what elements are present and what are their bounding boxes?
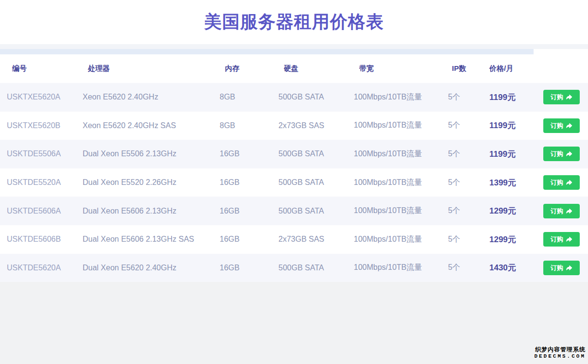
- cell-action: 订购: [543, 204, 588, 218]
- column-header-cpu: 处理器: [83, 64, 220, 73]
- cell-ip-count: 5个: [448, 234, 489, 245]
- cell-bandwidth: 100Mbps/10TB流量: [354, 206, 448, 216]
- cell-server-id: USKTDE5520A: [7, 178, 83, 187]
- cell-ram: 16GB: [220, 235, 278, 244]
- order-button-label: 订购: [551, 264, 563, 272]
- table-row: USKTDE5520A Dual Xeon E5520 2.26GHz 16GB…: [0, 168, 588, 197]
- cell-action: 订购: [543, 118, 588, 133]
- pricing-table: 编号 处理器 内存 硬盘 带宽 IP数 价格/月 USKTXE5620A Xeo…: [0, 54, 588, 282]
- share-arrow-icon: [566, 208, 572, 215]
- share-arrow-icon: [566, 150, 572, 157]
- cell-server-id: USKTDE5620A: [7, 264, 83, 272]
- order-button-label: 订购: [551, 235, 563, 244]
- cell-ram: 8GB: [220, 121, 278, 130]
- cell-ip-count: 5个: [448, 92, 489, 102]
- cell-bandwidth: 100Mbps/10TB流量: [354, 149, 448, 159]
- column-header-ip-count: IP数: [448, 64, 489, 73]
- order-button[interactable]: 订购: [543, 204, 580, 218]
- table-header-row: 编号 处理器 内存 硬盘 带宽 IP数 价格/月: [0, 54, 588, 83]
- page-title: 美国服务器租用价格表: [204, 10, 384, 34]
- cell-ram: 16GB: [220, 178, 278, 187]
- page: 美国服务器租用价格表 编号 处理器 内存 硬盘 带宽 IP数 价格/月 USKT…: [0, 0, 588, 364]
- order-button-label: 订购: [551, 207, 563, 215]
- order-button[interactable]: 订购: [543, 118, 580, 133]
- accent-band: [0, 49, 534, 54]
- cell-price: 1299元: [489, 205, 543, 216]
- share-arrow-icon: [566, 94, 572, 100]
- share-arrow-icon: [566, 265, 572, 271]
- table-row: USKTDE5606A Dual Xeon E5606 2.13GHz 16GB…: [0, 197, 588, 225]
- cell-cpu: Xeon E5620 2.40GHz SAS: [83, 121, 220, 130]
- cell-cpu: Dual Xeon E5606 2.13GHz SAS: [83, 235, 220, 244]
- column-header-bandwidth: 带宽: [354, 64, 448, 73]
- watermark: 织梦内容管理系统 DEDECMS.COM: [534, 346, 586, 360]
- cell-ip-count: 5个: [448, 206, 489, 216]
- table-row: USKTXE5620B Xeon E5620 2.40GHz SAS 8GB 2…: [0, 112, 588, 140]
- cell-disk: 2x73GB SAS: [278, 121, 354, 130]
- cell-server-id: USKTXE5620A: [7, 93, 83, 101]
- cell-cpu: Dual Xeon E5620 2.40GHz: [83, 264, 220, 272]
- cell-cpu: Xeon E5620 2.40GHz: [83, 93, 220, 101]
- order-button-label: 订购: [551, 93, 563, 101]
- cell-ram: 8GB: [220, 93, 278, 101]
- order-button-label: 订购: [551, 178, 563, 187]
- cell-disk: 500GB SATA: [278, 93, 354, 101]
- share-arrow-icon: [566, 236, 572, 243]
- cell-server-id: USKTDE5606A: [7, 207, 83, 215]
- order-button[interactable]: 订购: [543, 90, 580, 104]
- table-row: USKTDE5506A Dual Xeon E5506 2.13GHz 16GB…: [0, 140, 588, 168]
- table-body: USKTXE5620A Xeon E5620 2.40GHz 8GB 500GB…: [0, 83, 588, 282]
- cell-cpu: Dual Xeon E5506 2.13GHz: [83, 149, 220, 158]
- column-header-id: 编号: [7, 64, 83, 73]
- order-button[interactable]: 订购: [543, 261, 580, 275]
- cell-ip-count: 5个: [448, 178, 489, 188]
- cell-ram: 16GB: [220, 149, 278, 158]
- cell-server-id: USKTXE5620B: [7, 121, 83, 130]
- cell-disk: 2x73GB SAS: [278, 235, 354, 244]
- cell-bandwidth: 100Mbps/10TB流量: [354, 92, 448, 102]
- cell-ram: 16GB: [220, 264, 278, 272]
- share-arrow-icon: [566, 179, 572, 186]
- cell-price: 1199元: [489, 120, 543, 131]
- order-button-label: 订购: [551, 149, 563, 158]
- accent-band-wrap: [0, 49, 588, 54]
- cell-ip-count: 5个: [448, 149, 489, 159]
- cell-action: 订购: [543, 232, 588, 247]
- cell-server-id: USKTDE5606B: [7, 235, 83, 244]
- cell-server-id: USKTDE5506A: [7, 149, 83, 158]
- order-button[interactable]: 订购: [543, 147, 580, 161]
- cell-disk: 500GB SATA: [278, 264, 354, 272]
- order-button-label: 订购: [551, 121, 563, 130]
- cell-cpu: Dual Xeon E5606 2.13GHz: [83, 207, 220, 215]
- cell-bandwidth: 100Mbps/10TB流量: [354, 178, 448, 188]
- cell-action: 订购: [543, 147, 588, 161]
- cell-price: 1299元: [489, 234, 543, 245]
- watermark-line2: DEDECMS.COM: [534, 353, 586, 360]
- cell-bandwidth: 100Mbps/10TB流量: [354, 263, 448, 273]
- cell-action: 订购: [543, 175, 588, 190]
- order-button[interactable]: 订购: [543, 175, 580, 190]
- order-button[interactable]: 订购: [543, 232, 580, 247]
- cell-ip-count: 5个: [448, 263, 489, 273]
- cell-disk: 500GB SATA: [278, 149, 354, 158]
- footer-area: 织梦内容管理系统 DEDECMS.COM: [0, 282, 588, 364]
- table-row: USKTDE5606B Dual Xeon E5606 2.13GHz SAS …: [0, 225, 588, 254]
- title-bar: 美国服务器租用价格表: [0, 0, 588, 44]
- column-header-disk: 硬盘: [278, 64, 354, 73]
- watermark-line1: 织梦内容管理系统: [534, 346, 586, 353]
- cell-bandwidth: 100Mbps/10TB流量: [354, 234, 448, 245]
- cell-price: 1199元: [489, 92, 543, 103]
- table-row: USKTDE5620A Dual Xeon E5620 2.40GHz 16GB…: [0, 254, 588, 282]
- cell-ip-count: 5个: [448, 120, 489, 131]
- column-header-price: 价格/月: [489, 64, 543, 73]
- cell-disk: 500GB SATA: [278, 207, 354, 215]
- cell-price: 1199元: [489, 149, 543, 160]
- soft-divider-strip: [0, 44, 588, 49]
- cell-price: 1399元: [489, 177, 543, 188]
- cell-cpu: Dual Xeon E5520 2.26GHz: [83, 178, 220, 187]
- table-row: USKTXE5620A Xeon E5620 2.40GHz 8GB 500GB…: [0, 83, 588, 112]
- cell-bandwidth: 100Mbps/10TB流量: [354, 120, 448, 131]
- cell-disk: 500GB SATA: [278, 178, 354, 187]
- cell-action: 订购: [543, 90, 588, 104]
- cell-price: 1430元: [489, 262, 543, 273]
